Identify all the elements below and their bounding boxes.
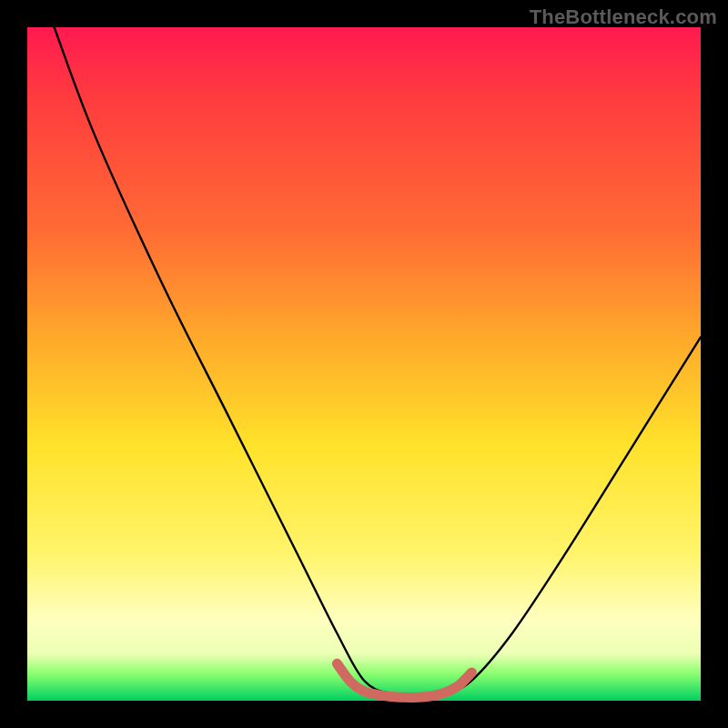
watermark-text: TheBottleneck.com: [530, 5, 717, 29]
chart-frame: TheBottleneck.com: [0, 0, 728, 728]
curve-layer: [27, 27, 701, 701]
plot-area: [27, 27, 701, 701]
trough-marker: [337, 663, 471, 697]
bottleneck-curve: [55, 27, 701, 697]
